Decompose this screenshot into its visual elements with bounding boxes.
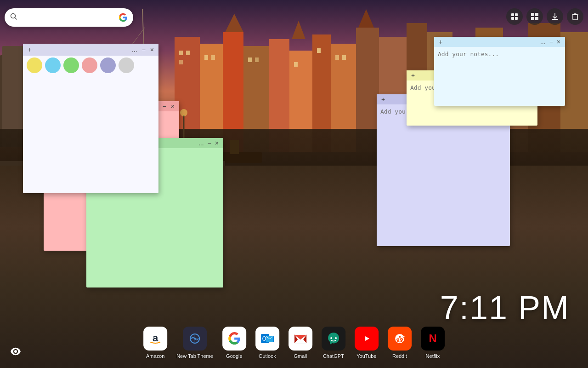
svg-rect-22 [317, 48, 321, 53]
google-icon [222, 327, 246, 351]
sticky-note-white: + ... − × [23, 44, 158, 193]
svg-line-50 [15, 18, 17, 20]
svg-rect-54 [515, 17, 518, 20]
dock-item-outlook[interactable]: Outlook [255, 327, 279, 359]
chatgpt-icon [322, 327, 345, 351]
google-logo-icon [119, 13, 128, 22]
swatch-cyan[interactable] [45, 58, 61, 73]
svg-rect-23 [335, 55, 339, 60]
note-4-more-button[interactable]: ... [539, 39, 547, 45]
note-4-content[interactable] [434, 47, 565, 106]
note-4-toolbar: + ... − × [434, 37, 565, 47]
grid-icon-btn[interactable] [526, 8, 543, 25]
trash-icon-btn[interactable] [567, 8, 583, 25]
google-label: Google [226, 353, 242, 359]
svg-rect-53 [511, 17, 514, 20]
note-6-add-button[interactable]: + [380, 96, 386, 103]
outlook-icon [255, 327, 279, 351]
chatgpt-label: ChatGPT [323, 353, 344, 359]
gmail-icon [288, 327, 312, 351]
svg-text:a: a [153, 332, 158, 344]
svg-point-90 [404, 336, 404, 337]
dock-item-gmail[interactable]: Gmail [288, 327, 312, 359]
reddit-icon [388, 327, 412, 351]
svg-rect-58 [535, 17, 538, 20]
note-3-close-button[interactable]: × [214, 140, 220, 146]
svg-rect-14 [179, 51, 183, 55]
svg-rect-21 [294, 62, 298, 67]
svg-point-45 [180, 109, 187, 116]
dock-item-google[interactable]: Google [222, 327, 246, 359]
svg-rect-64 [574, 14, 576, 15]
swatch-gray[interactable] [119, 58, 134, 73]
swatch-yellow[interactable] [27, 58, 42, 73]
settings-button[interactable] [8, 345, 23, 360]
svg-rect-57 [531, 17, 534, 20]
svg-rect-20 [255, 58, 259, 62]
swatch-green[interactable] [63, 58, 79, 73]
note-4-add-button[interactable]: + [438, 39, 443, 45]
dock-item-netflix[interactable]: N Netflix [421, 327, 445, 359]
svg-rect-19 [248, 58, 252, 62]
note-1-content[interactable] [23, 75, 158, 193]
swatch-lavender[interactable] [100, 58, 116, 73]
search-bar[interactable] [5, 8, 133, 27]
svg-rect-59 [552, 19, 558, 20]
note-1-toolbar: + ... − × [23, 44, 158, 56]
color-swatches [27, 58, 155, 73]
note-4-minimize-button[interactable]: − [548, 39, 554, 45]
search-icon [10, 13, 17, 22]
top-right-icons [506, 8, 583, 25]
note-minimize-button[interactable]: − [141, 46, 147, 53]
reddit-label: Reddit [392, 353, 407, 359]
dock-item-reddit[interactable]: Reddit [388, 327, 412, 359]
dock-item-newtabtheme[interactable]: New Tab Theme [176, 327, 213, 359]
note-2-minimize-button[interactable]: − [162, 103, 167, 109]
svg-rect-52 [515, 13, 518, 16]
note-3-more-button[interactable]: ... [198, 140, 205, 146]
svg-point-74 [263, 337, 265, 340]
amazon-icon: a [143, 327, 167, 351]
dock-item-amazon[interactable]: a Amazon [143, 327, 167, 359]
svg-point-77 [335, 337, 337, 339]
svg-rect-16 [179, 60, 183, 64]
newtabtheme-label: New Tab Theme [176, 353, 213, 359]
note-6-content[interactable] [377, 104, 510, 246]
download-icon-btn[interactable] [547, 8, 563, 25]
svg-point-84 [397, 339, 398, 340]
youtube-label: YouTube [356, 353, 376, 359]
dock-item-chatgpt[interactable]: ChatGPT [322, 327, 345, 359]
swatch-pink[interactable] [82, 58, 97, 73]
amazon-label: Amazon [146, 353, 164, 359]
dock-item-youtube[interactable]: YouTube [355, 327, 379, 359]
note-3-minimize-button[interactable]: − [207, 140, 212, 146]
svg-text:N: N [429, 332, 436, 345]
netflix-icon: N [421, 327, 445, 351]
netflix-label: Netflix [426, 353, 440, 359]
svg-point-76 [330, 337, 332, 339]
youtube-icon [355, 327, 379, 351]
svg-rect-17 [204, 55, 208, 60]
extension-icon[interactable] [506, 8, 523, 25]
note-add-button[interactable]: + [27, 46, 32, 53]
note-4-close-button[interactable]: × [556, 39, 561, 45]
note-5-add-button[interactable]: + [410, 72, 416, 79]
svg-point-89 [403, 336, 404, 338]
svg-rect-51 [511, 13, 514, 16]
svg-rect-39 [230, 140, 239, 154]
svg-rect-60 [573, 15, 577, 20]
svg-point-86 [399, 336, 401, 338]
svg-rect-56 [535, 13, 538, 16]
gmail-label: Gmail [294, 353, 307, 359]
note-close-button[interactable]: × [149, 46, 155, 53]
svg-rect-24 [342, 55, 346, 60]
svg-point-69 [194, 338, 196, 339]
note-2-close-button[interactable]: × [170, 103, 175, 109]
svg-rect-15 [186, 51, 190, 55]
sticky-note-cyan: + ... − × [434, 37, 565, 106]
svg-rect-55 [531, 13, 534, 16]
dock: a Amazon New Tab Theme [134, 322, 454, 363]
search-input[interactable] [21, 14, 115, 21]
svg-rect-18 [211, 55, 215, 60]
note-more-button[interactable]: ... [131, 46, 138, 53]
